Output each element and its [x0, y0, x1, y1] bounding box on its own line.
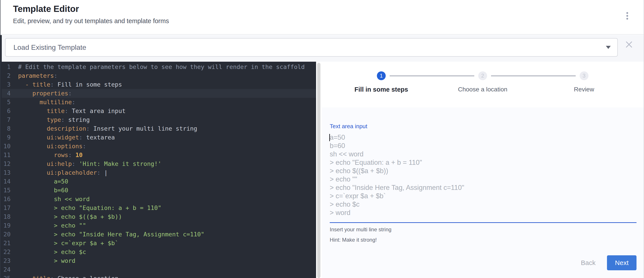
line-number: 4: [0, 89, 10, 98]
more-options-button[interactable]: [622, 10, 632, 22]
code-token: > echo "Inside Here Tag, Assignment c=11…: [18, 231, 204, 238]
code-token: Choose a location: [54, 275, 118, 278]
code-token: :: [72, 160, 76, 167]
split-divider-handle[interactable]: [317, 63, 320, 278]
left-edge-strip: [0, 35, 2, 278]
editor-line[interactable]: 17 > echo "Equation: a + b = 110": [0, 204, 316, 212]
code-token: :: [50, 81, 54, 88]
editor-line[interactable]: 13 ui:placeholder: |: [0, 168, 316, 177]
editor-line[interactable]: 22 > echo $c: [0, 248, 316, 257]
line-number: 12: [0, 160, 10, 168]
code-token: [18, 99, 40, 105]
editor-line[interactable]: 4 properties:: [0, 89, 316, 98]
editor-line-code: rows: 10: [18, 151, 83, 160]
code-token: title: [32, 81, 50, 88]
editor-line[interactable]: 15 b=60: [0, 186, 316, 195]
line-number: 14: [0, 177, 10, 186]
editor-line-code: parameters:: [18, 71, 58, 80]
code-token: :: [72, 99, 76, 105]
line-number: 10: [0, 142, 10, 151]
editor-lines: 1# Edit the template parameters below to…: [0, 62, 316, 278]
code-token: a=50: [18, 178, 68, 185]
code-token: > echo "": [18, 222, 86, 229]
content-area: Load Existing Template 1# Edit the templ…: [0, 35, 644, 278]
textarea-placeholder-line: a=50: [330, 133, 636, 142]
code-token: :: [50, 275, 54, 278]
editor-line-code: ui:help: 'Hint: Make it strong!': [18, 160, 161, 168]
editor-line[interactable]: 16 sh << word: [0, 195, 316, 204]
multiline-textarea[interactable]: a=50b=60sh << word> echo "Equation: a + …: [330, 133, 636, 223]
code-token: :: [83, 143, 86, 150]
editor-line[interactable]: 11 rows: 10: [0, 151, 316, 160]
select-placeholder: Load Existing Template: [14, 43, 86, 51]
editor-line[interactable]: 1# Edit the template parameters below to…: [0, 62, 316, 71]
code-token: [18, 160, 47, 167]
text-cursor: [329, 134, 330, 141]
editor-line[interactable]: 12 ui:help: 'Hint: Make it strong!': [0, 160, 316, 168]
editor-line-code: > echo "Inside Here Tag, Assignment c=11…: [18, 230, 204, 239]
editor-line[interactable]: 10 ui:options:: [0, 142, 316, 151]
field-help-text: Hint: Make it strong!: [330, 237, 636, 243]
textarea-placeholder-line: > echo $(($a + $b)): [330, 167, 636, 175]
code-token: > c=`expr $a + $b`: [18, 240, 118, 247]
code-token: Insert your multi line string: [90, 125, 197, 132]
line-number: 25: [0, 274, 10, 278]
line-number: 20: [0, 230, 10, 239]
step-connector: [491, 76, 576, 76]
code-token: :: [79, 134, 82, 141]
textarea-placeholder-line: > echo "Inside Here Tag, Assignment c=11…: [330, 184, 636, 192]
code-token: [18, 107, 47, 114]
textarea-placeholder-line: > c=`expr $a + $b`: [330, 192, 636, 200]
editor-line-code: a=50: [18, 177, 68, 186]
clear-selection-button[interactable]: [624, 40, 634, 49]
next-button[interactable]: Next: [607, 255, 636, 270]
code-token: ui:help: [47, 160, 72, 167]
code-token: [18, 143, 47, 150]
textarea-placeholder-line: > word: [330, 209, 636, 217]
code-token: properties: [32, 90, 68, 97]
editor-line[interactable]: 14 a=50: [0, 177, 316, 186]
textarea-placeholder-line: sh << word: [330, 150, 636, 158]
code-token: > echo "Equation: a + b = 110": [18, 204, 161, 211]
editor-line[interactable]: 5 multiline:: [0, 98, 316, 107]
editor-line[interactable]: 19 > echo "": [0, 221, 316, 230]
textarea-placeholder: a=50b=60sh << word> echo "Equation: a + …: [330, 133, 636, 217]
template-selector-row: Load Existing Template: [0, 35, 644, 62]
code-token: :: [54, 72, 58, 79]
editor-line-code: - title: Fill in some steps: [18, 80, 122, 89]
editor-line[interactable]: 23 > word: [0, 257, 316, 265]
editor-line-code: # Edit the template parameters below to …: [18, 62, 304, 71]
editor-line[interactable]: 7 type: string: [0, 115, 316, 124]
back-button[interactable]: Back: [581, 259, 596, 267]
editor-line-code: ui:options:: [18, 142, 86, 151]
editor-line[interactable]: 21 > c=`expr $a + $b`: [0, 239, 316, 248]
divider-track: [316, 62, 322, 278]
step-label: Review: [533, 86, 635, 93]
editor-line-code: multiline:: [18, 98, 76, 107]
editor-line[interactable]: 18 > echo $(($a + $b)): [0, 212, 316, 221]
editor-line[interactable]: 2parameters:: [0, 71, 316, 80]
editor-line[interactable]: 20 > echo "Inside Here Tag, Assignment c…: [0, 230, 316, 239]
step-number-badge: 1: [377, 71, 386, 80]
kebab-menu-icon: [626, 12, 628, 19]
code-token: > word: [18, 257, 76, 264]
editor-line-code: ui:widget: textarea: [18, 133, 115, 142]
load-template-select[interactable]: Load Existing Template: [5, 38, 618, 57]
line-number: 18: [0, 212, 10, 221]
editor-line[interactable]: 9 ui:widget: textarea: [0, 133, 316, 142]
code-token: :: [68, 90, 72, 97]
editor-line[interactable]: 24: [0, 265, 316, 274]
editor-line-code: type: string: [18, 115, 90, 124]
close-icon: [625, 40, 633, 49]
editor-line-code: > echo $c: [18, 248, 86, 257]
editor-line[interactable]: 25 - title: Choose a location: [0, 274, 316, 278]
yaml-code-editor[interactable]: 1# Edit the template parameters below to…: [0, 62, 316, 278]
split-pane: 1# Edit the template parameters below to…: [0, 62, 644, 278]
code-token: [18, 169, 47, 176]
editor-line[interactable]: 6 title: Text area input: [0, 107, 316, 115]
textarea-placeholder-line: > echo "Equation: a + b = 110": [330, 158, 636, 167]
step-number-badge: 3: [580, 71, 588, 80]
editor-line[interactable]: 3 - title: Fill in some steps: [0, 80, 316, 89]
line-number: 8: [0, 124, 10, 133]
editor-line[interactable]: 8 description: Insert your multi line st…: [0, 124, 316, 133]
